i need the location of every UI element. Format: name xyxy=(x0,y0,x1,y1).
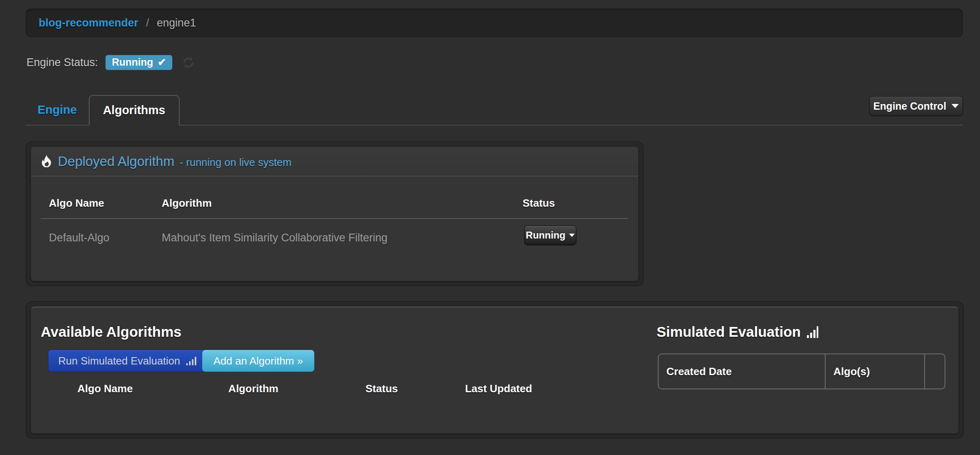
column-header-status: Status xyxy=(523,197,555,210)
check-icon: ✔ xyxy=(158,56,166,68)
engine-status-label: Engine Status: xyxy=(26,56,98,69)
engine-control-button[interactable]: Engine Control xyxy=(869,96,963,116)
flame-icon xyxy=(41,155,52,168)
breadcrumb-engine-name: engine1 xyxy=(157,17,196,29)
deployed-panel-subtitle: - running on live system xyxy=(180,154,292,169)
tab-engine[interactable]: Engine xyxy=(26,95,89,125)
simulated-evaluation-table: Created Date Algo(s) xyxy=(658,353,945,389)
column-header-status: Status xyxy=(365,382,398,395)
simulated-evaluation-title-text: Simulated Evaluation xyxy=(657,324,801,340)
simulated-evaluation-title: Simulated Evaluation xyxy=(657,324,819,340)
bar-chart-icon xyxy=(186,356,197,366)
column-header-algos: Algo(s) xyxy=(826,354,925,389)
breadcrumb-app-link[interactable]: blog-recommender xyxy=(39,17,138,29)
column-header-algo-name: Algo Name xyxy=(49,197,104,210)
breadcrumb-separator: / xyxy=(146,17,149,29)
tab-algorithms[interactable]: Algorithms xyxy=(89,95,180,126)
deployed-table: Algo Name Algorithm Status Default-Algo … xyxy=(31,177,638,280)
row-status-dropdown[interactable]: Running xyxy=(524,225,576,245)
run-simulated-evaluation-label: Run Simulated Evaluation xyxy=(58,355,180,367)
engine-control-label: Engine Control xyxy=(873,100,946,112)
run-simulated-evaluation-button[interactable]: Run Simulated Evaluation xyxy=(48,350,207,372)
deployed-panel-title: Deployed Algorithm xyxy=(58,154,174,169)
engine-status-row: Engine Status: Running ✔ xyxy=(26,53,195,71)
tab-bar: Engine Algorithms xyxy=(26,94,963,126)
add-algorithm-button[interactable]: Add an Algorithm » xyxy=(202,350,314,372)
caret-down-icon xyxy=(569,234,575,237)
row-status-label: Running xyxy=(526,230,565,241)
bar-chart-icon xyxy=(807,324,819,338)
empty-column-header xyxy=(925,354,945,389)
table-header-divider xyxy=(41,218,628,219)
column-header-last-updated: Last Updated xyxy=(465,382,532,395)
available-algorithms-panel: Available Algorithms Run Simulated Evalu… xyxy=(26,301,964,439)
deployed-panel-header: Deployed Algorithm - running on live sys… xyxy=(31,147,638,177)
column-header-algorithm: Algorithm xyxy=(229,382,279,395)
available-panel-inner: Available Algorithms Run Simulated Evalu… xyxy=(31,307,958,433)
row-algo-name: Default-Algo xyxy=(49,232,110,244)
breadcrumb: blog-recommender / engine1 xyxy=(26,9,963,38)
add-algorithm-label: Add an Algorithm » xyxy=(213,355,303,367)
column-header-created-date: Created Date xyxy=(659,354,826,389)
status-badge: Running ✔ xyxy=(105,55,172,70)
column-header-algorithm: Algorithm xyxy=(162,197,212,210)
column-header-algo-name: Algo Name xyxy=(77,382,133,395)
refresh-icon[interactable] xyxy=(182,56,195,69)
deployed-algorithm-panel: Deployed Algorithm - running on live sys… xyxy=(26,141,644,286)
deployed-panel-inner: Deployed Algorithm - running on live sys… xyxy=(31,147,638,281)
caret-down-icon xyxy=(951,104,959,108)
available-algorithms-title: Available Algorithms xyxy=(41,324,182,340)
row-algorithm: Mahout's Item Similarity Collaborative F… xyxy=(162,232,387,244)
status-badge-text: Running xyxy=(112,56,153,68)
